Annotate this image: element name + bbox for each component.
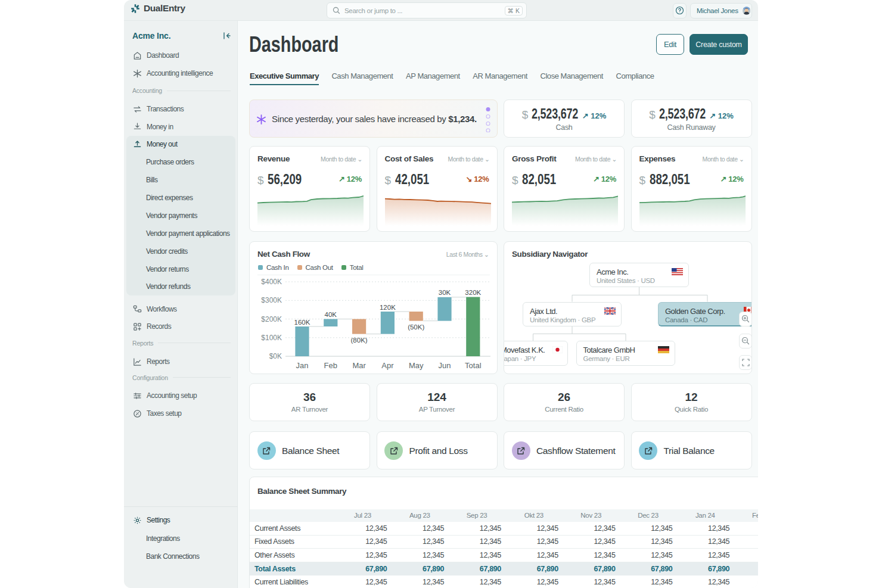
svg-text:Feb: Feb [324,361,337,370]
svg-text:Jun: Jun [439,361,451,370]
svg-text:$400K: $400K [261,278,282,286]
svg-text:40K: 40K [325,311,337,318]
svg-text:120K: 120K [380,304,396,311]
svg-text:Jan: Jan [296,361,309,370]
svg-text:$300K: $300K [261,296,282,304]
svg-text:Total: Total [465,361,482,370]
svg-text:$100K: $100K [261,334,282,342]
svg-text:Apr: Apr [381,361,394,370]
svg-text:$200K: $200K [261,315,282,323]
svg-text:(50K): (50K) [408,323,424,331]
svg-text:30K: 30K [439,289,451,296]
svg-text:320K: 320K [465,289,481,296]
svg-text:160K: 160K [294,319,310,326]
svg-text:(80K): (80K) [351,337,368,344]
svg-text:May: May [409,361,424,370]
svg-text:Mar: Mar [352,361,366,370]
svg-text:$0K: $0K [269,352,282,360]
